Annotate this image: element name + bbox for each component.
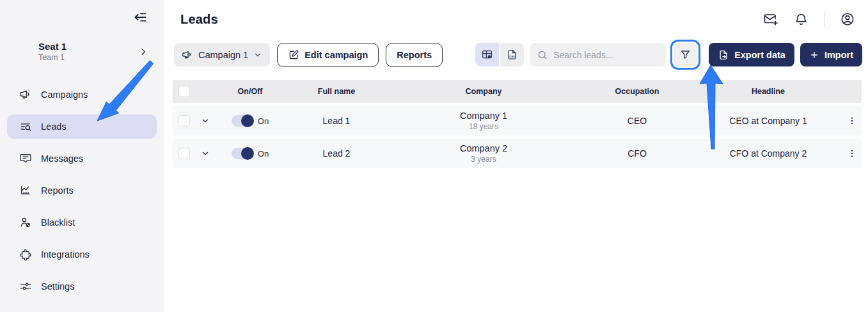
mail-plus-icon (763, 12, 778, 27)
column-header-headline: Headline (695, 87, 842, 96)
reports-button-label: Reports (397, 50, 432, 60)
edit-campaign-button[interactable]: Edit campaign (277, 43, 379, 67)
chevron-down-icon (200, 116, 210, 126)
row-menu-button[interactable] (847, 116, 857, 126)
column-header-fullname: Full name (285, 87, 388, 96)
toggle-state-label: On (258, 149, 269, 159)
import-button[interactable]: Import (800, 43, 862, 66)
megaphone-icon (19, 88, 32, 101)
export-data-label: Export data (734, 50, 785, 60)
sidebar-item-label: Campaigns (41, 90, 88, 100)
expand-row-button[interactable] (196, 116, 215, 126)
sidebar-item-label: Leads (41, 121, 67, 132)
new-message-button[interactable] (763, 12, 778, 27)
workspace-name: Seat 1 (38, 41, 138, 52)
sidebar-item-blacklist[interactable]: Blacklist (7, 210, 157, 235)
lead-headline: CEO at Company 1 (695, 116, 842, 126)
edit-pen-icon (288, 49, 299, 61)
campaign-selector[interactable]: Campaign 1 (174, 43, 270, 66)
lead-on-off-toggle[interactable] (232, 115, 253, 127)
megaphone-icon (182, 49, 193, 61)
table-row: On Lead 1 Company 1 18 years CEO CEO at … (173, 106, 862, 136)
svg-text:CSV: CSV (509, 55, 515, 58)
lead-on-off-toggle[interactable] (232, 148, 253, 159)
chevron-down-icon (253, 51, 262, 59)
chart-icon (19, 184, 32, 197)
user-avatar-icon (840, 12, 855, 27)
kebab-menu-icon (847, 116, 857, 126)
column-header-company: Company (388, 87, 580, 96)
sidebar-item-leads[interactable]: Leads (7, 114, 157, 139)
leads-table: On/Off Full name Company Occupation Head… (173, 80, 862, 168)
column-header-occupation: Occupation (580, 87, 695, 96)
lead-headline: CFO at Company 2 (695, 148, 842, 159)
puzzle-icon (19, 248, 32, 261)
table-view-button[interactable] (475, 43, 499, 66)
sidebar-item-messages[interactable]: Messages (7, 146, 157, 171)
topbar-divider (824, 12, 825, 27)
workspace-team: Team 1 (38, 53, 138, 62)
import-label: Import (825, 50, 853, 60)
workspace-switcher[interactable]: Seat 1 Team 1 (38, 41, 148, 62)
filter-button[interactable] (674, 43, 697, 66)
toggle-knob (241, 114, 254, 127)
lead-company: Company 1 (460, 110, 507, 121)
file-export-icon (718, 49, 729, 61)
search-field[interactable] (530, 43, 666, 66)
sidebar-item-label: Messages (41, 153, 83, 164)
sidebar: Seat 1 Team 1 Campaigns (0, 0, 164, 312)
kebab-menu-icon (847, 148, 857, 159)
plus-icon (809, 50, 819, 60)
export-data-button[interactable]: Export data (709, 43, 794, 66)
row-menu-button[interactable] (847, 148, 857, 159)
sidebar-item-settings[interactable]: Settings (7, 274, 157, 299)
search-input[interactable] (553, 50, 659, 60)
lead-occupation: CFO (580, 148, 695, 159)
profile-button[interactable] (840, 12, 855, 27)
sidebar-item-label: Settings (41, 281, 74, 292)
bell-icon (794, 12, 809, 27)
row-checkbox[interactable] (178, 148, 190, 159)
expand-row-button[interactable] (196, 148, 215, 159)
sidebar-item-label: Reports (41, 185, 74, 196)
notifications-button[interactable] (794, 12, 809, 27)
sidebar-item-integrations[interactable]: Integrations (7, 242, 157, 267)
sidebar-item-reports[interactable]: Reports (7, 178, 157, 203)
funnel-icon (679, 49, 691, 61)
reports-button[interactable]: Reports (386, 43, 443, 67)
leads-search-icon (19, 120, 32, 133)
table-row: On Lead 2 Company 2 3 years CFO CFO at C… (173, 139, 862, 168)
sidebar-item-label: Blacklist (41, 217, 75, 228)
table-header-row: On/Off Full name Company Occupation Head… (173, 80, 862, 103)
sidebar-item-campaigns[interactable]: Campaigns (7, 82, 157, 107)
search-icon (537, 49, 548, 61)
toggle-knob (241, 147, 254, 160)
toolbar: Campaign 1 Edit campaign Reports (164, 40, 868, 70)
row-checkbox[interactable] (178, 115, 190, 127)
topbar: Leads (164, 0, 868, 27)
main-content: Leads (164, 0, 868, 312)
lead-full-name: Lead 1 (285, 116, 388, 126)
lead-occupation: CEO (580, 116, 695, 126)
sidebar-item-label: Integrations (41, 249, 90, 260)
page-title: Leads (180, 12, 218, 27)
collapse-sidebar-icon (132, 9, 148, 26)
lead-company-duration: 3 years (471, 155, 496, 164)
user-block-icon (19, 216, 32, 229)
chevron-right-icon (138, 47, 148, 57)
lead-company: Company 2 (460, 143, 507, 154)
toggle-state-label: On (258, 116, 269, 126)
csv-file-icon: CSV (506, 49, 518, 61)
chevron-down-icon (200, 148, 210, 159)
chat-bubble-icon (19, 152, 32, 165)
select-all-checkbox[interactable] (178, 86, 190, 97)
column-header-onoff: On/Off (215, 87, 285, 96)
lead-company-duration: 18 years (469, 122, 498, 132)
collapse-sidebar-button[interactable] (132, 9, 148, 26)
sliders-icon (19, 280, 32, 293)
table-settings-icon (481, 49, 493, 61)
edit-campaign-label: Edit campaign (304, 50, 368, 60)
campaign-selector-label: Campaign 1 (198, 50, 248, 60)
filter-annotation-highlight (670, 40, 700, 70)
csv-view-button[interactable]: CSV (500, 43, 524, 66)
